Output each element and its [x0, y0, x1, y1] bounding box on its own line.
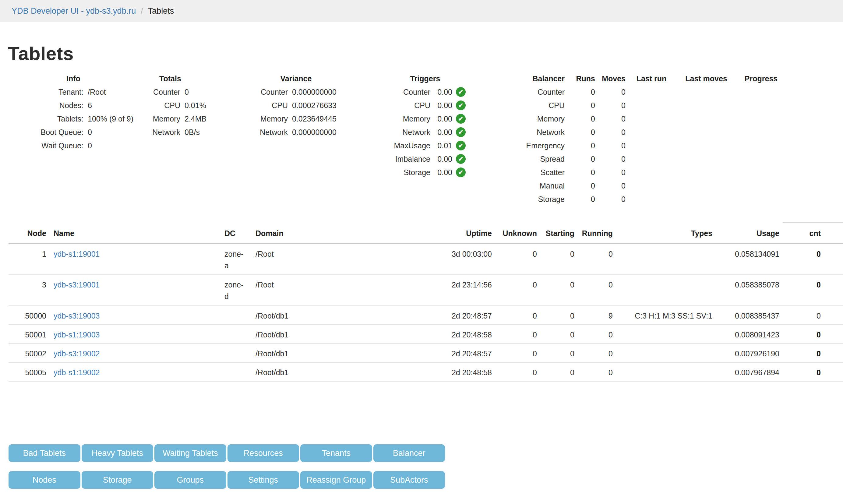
tablet-node-link[interactable]: ydb-s1:19002 — [54, 368, 100, 377]
balancer-row: Memory 0 0 — [485, 112, 787, 125]
action-button-heavy-tablets[interactable]: Heavy Tablets — [82, 444, 154, 462]
trigger-value: 0.00 — [430, 112, 452, 125]
cell-running: 9 — [574, 306, 613, 325]
trigger-label: Imbalance — [354, 152, 430, 166]
panel-triggers-rows: Counter 0.00 ✔ CPU 0.00 ✔ Memory 0.00 ✔ … — [354, 85, 496, 179]
cell-spacer — [821, 325, 843, 343]
cell-uptime: 2d 20:48:58 — [359, 325, 492, 343]
tablet-node-link[interactable]: ydb-s3:19003 — [54, 311, 100, 320]
cell-domain: /Root — [246, 244, 359, 275]
action-button-resources[interactable]: Resources — [228, 444, 299, 462]
col-header-dc: DC — [225, 221, 246, 244]
cell-cnt: 0 — [779, 244, 821, 275]
balancer-row: Counter 0 0 — [485, 85, 787, 99]
action-button-tenants[interactable]: Tenants — [300, 444, 372, 462]
breadcrumb-separator: / — [141, 6, 143, 16]
cell-node: 50002 — [8, 343, 46, 362]
balancer-row-last-moves — [677, 179, 735, 193]
balancer-row-last-moves — [677, 99, 735, 112]
trigger-value: 0.00 — [430, 99, 452, 112]
cell-usage: 0.008385437 — [712, 306, 779, 325]
balancer-row-last-moves — [677, 152, 735, 166]
balancer-row-label: Scatter — [485, 166, 564, 179]
breadcrumb-current: Tablets — [148, 6, 174, 16]
breadcrumb-root-link[interactable]: YDB Developer UI - ydb-s3.ydb.ru — [12, 6, 136, 16]
balancer-header-progress: Progress — [735, 72, 787, 85]
trigger-label: Network — [354, 125, 430, 139]
cell-cnt: 0 — [779, 362, 821, 381]
check-circle-icon: ✔ — [456, 114, 466, 124]
stat-value: 0.000276633 — [288, 99, 337, 112]
cell-unknown: 0 — [492, 275, 537, 306]
balancer-row-moves: 0 — [595, 125, 626, 139]
balancer-row-last-moves — [677, 166, 735, 179]
action-button-storage[interactable]: Storage — [82, 471, 154, 489]
trigger-value: 0.00 — [430, 166, 452, 179]
action-button-nodes[interactable]: Nodes — [8, 471, 80, 489]
col-header-usage: Usage — [712, 221, 779, 244]
cell-dc — [225, 362, 246, 381]
balancer-row-moves: 0 — [595, 112, 626, 125]
action-button-balancer[interactable]: Balancer — [373, 444, 445, 462]
cell-spacer — [821, 244, 843, 275]
stat-value: 0 — [84, 125, 92, 139]
balancer-row-label: Emergency — [485, 139, 564, 152]
cell-usage: 0.007926190 — [712, 343, 779, 362]
trigger-row: Network 0.00 ✔ — [354, 125, 496, 139]
page-title: Tablets — [8, 43, 74, 64]
stat-value: 0.01% — [180, 99, 206, 112]
cell-starting: 0 — [537, 343, 574, 362]
stat-value: 0 — [180, 85, 189, 99]
check-circle-icon: ✔ — [456, 127, 466, 137]
cell-uptime: 2d 20:48:57 — [359, 343, 492, 362]
cell-types — [613, 343, 712, 362]
balancer-row-moves: 0 — [595, 193, 626, 206]
balancer-row-label: Memory — [485, 112, 564, 125]
balancer-row: Storage 0 0 — [485, 193, 787, 206]
cell-dc: zone-a — [225, 244, 246, 275]
cell-dc — [225, 325, 246, 343]
balancer-row-progress — [735, 85, 787, 99]
cell-types — [613, 244, 712, 275]
table-row: 1 ydb-s1:19001 zone-a /Root 3d 00:03:00 … — [8, 244, 843, 275]
col-header-running: Running — [574, 221, 613, 244]
cell-cnt: 0 — [779, 325, 821, 343]
table-row: 3 ydb-s3:19001 zone-d /Root 2d 23:14:56 … — [8, 275, 843, 306]
balancer-row-last-run — [626, 152, 677, 166]
cell-cnt: 0 — [779, 306, 821, 325]
cell-running: 0 — [574, 362, 613, 381]
tablet-node-link[interactable]: ydb-s1:19003 — [54, 330, 100, 339]
action-button-reassign-group[interactable]: Reassign Group — [300, 471, 372, 489]
col-header-name: Name — [46, 221, 225, 244]
trigger-value: 0.00 — [430, 125, 452, 139]
balancer-row-last-run — [626, 99, 677, 112]
cell-name: ydb-s3:19002 — [46, 343, 225, 362]
balancer-row-moves: 0 — [595, 152, 626, 166]
action-button-bad-tablets[interactable]: Bad Tablets — [8, 444, 80, 462]
action-button-waiting-tablets[interactable]: Waiting Tablets — [155, 444, 226, 462]
balancer-row-moves: 0 — [595, 99, 626, 112]
balancer-header-last-moves: Last moves — [677, 72, 735, 85]
balancer-row-label: CPU — [485, 99, 564, 112]
balancer-row-last-moves — [677, 125, 735, 139]
stat-value: 0.000000000 — [288, 125, 337, 139]
cell-usage: 0.058134091 — [712, 244, 779, 275]
tablet-node-link[interactable]: ydb-s3:19002 — [54, 349, 100, 358]
stat-value: 0 — [84, 139, 92, 152]
balancer-row-last-run — [626, 125, 677, 139]
balancer-row-runs: 0 — [564, 139, 595, 152]
col-header-cnt: cnt — [779, 221, 821, 244]
action-button-groups[interactable]: Groups — [155, 471, 226, 489]
cell-spacer — [821, 343, 843, 362]
action-button-subactors[interactable]: SubActors — [373, 471, 445, 489]
cell-running: 0 — [574, 325, 613, 343]
stat-label: Network — [212, 125, 288, 139]
tablet-node-link[interactable]: ydb-s1:19001 — [54, 250, 100, 258]
action-button-settings[interactable]: Settings — [228, 471, 299, 489]
balancer-row-progress — [735, 166, 787, 179]
balancer-row-runs: 0 — [564, 193, 595, 206]
tablet-node-link[interactable]: ydb-s3:19001 — [54, 281, 100, 289]
balancer-row-last-moves — [677, 85, 735, 99]
stat-label: Memory — [104, 112, 180, 125]
action-button-group-2: NodesStorageGroupsSettingsReassign Group… — [8, 471, 445, 489]
